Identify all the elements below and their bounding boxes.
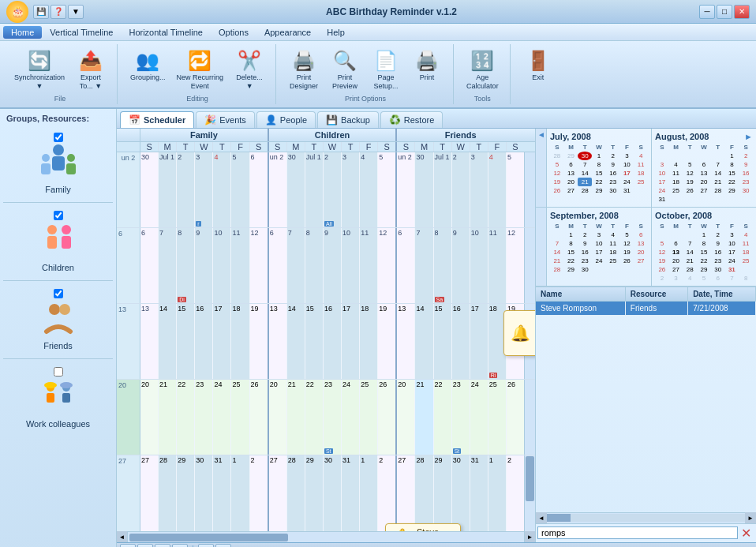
aug-td[interactable]: 28 bbox=[711, 186, 725, 195]
delete-button[interactable]: ✂️ Delete...▼ bbox=[230, 46, 269, 93]
aug-td[interactable]: 1 bbox=[725, 152, 739, 160]
page-setup-button[interactable]: 📄 PageSetup... bbox=[366, 46, 406, 93]
aug-td[interactable]: 20 bbox=[697, 178, 711, 186]
aug-td[interactable] bbox=[669, 152, 683, 160]
aug-td[interactable]: 16 bbox=[739, 169, 753, 178]
exit-button[interactable]: 🚪 Exit bbox=[518, 46, 558, 84]
hscroll-left[interactable]: ◄ bbox=[117, 531, 128, 542]
july-td[interactable]: 2 bbox=[606, 152, 620, 160]
print-button[interactable]: 🖨️ Print bbox=[407, 46, 447, 93]
july-td[interactable]: 24 bbox=[620, 178, 634, 186]
july-td[interactable]: 25 bbox=[634, 178, 648, 186]
july-td[interactable]: 15 bbox=[592, 169, 606, 178]
vscroll-track-1[interactable] bbox=[524, 152, 535, 227]
hscroll-right[interactable]: ► bbox=[524, 531, 535, 542]
tab-scheduler[interactable]: 📅 Scheduler bbox=[120, 111, 194, 128]
july-td[interactable]: 19 bbox=[550, 178, 564, 186]
aug-td[interactable]: 23 bbox=[739, 178, 753, 186]
july-td[interactable]: 6 bbox=[564, 160, 578, 169]
july-td[interactable]: 16 bbox=[606, 169, 620, 178]
july-td[interactable]: 30 bbox=[606, 186, 620, 195]
tab-events[interactable]: 🎉 Events bbox=[196, 111, 255, 128]
nav-last-btn[interactable]: ►► bbox=[172, 544, 188, 547]
july-td[interactable]: 31 bbox=[620, 186, 634, 195]
vscroll-track-2[interactable] bbox=[524, 228, 535, 303]
july-td[interactable]: 27 bbox=[564, 186, 578, 195]
restore-btn[interactable]: □ bbox=[717, 5, 732, 19]
aug-td[interactable]: 31 bbox=[655, 195, 669, 204]
july-td[interactable]: 30 bbox=[578, 152, 592, 160]
minimize-btn[interactable]: ─ bbox=[699, 5, 715, 19]
zoom-in-btn[interactable]: + bbox=[215, 544, 231, 547]
right-hscroll-left[interactable]: ◄ bbox=[536, 512, 547, 523]
aug-td[interactable] bbox=[711, 152, 725, 160]
family-checkbox[interactable] bbox=[54, 133, 63, 142]
july-td[interactable]: 28 bbox=[578, 186, 592, 195]
aug-td[interactable]: 22 bbox=[725, 178, 739, 186]
event-row-1[interactable]: Steve Rompson Friends 7/21/2008 bbox=[536, 301, 756, 315]
print-preview-button[interactable]: 🔍 PrintPreview bbox=[325, 46, 365, 93]
aug-td[interactable]: 11 bbox=[669, 169, 683, 178]
july-td[interactable] bbox=[634, 186, 648, 195]
aug-td[interactable] bbox=[683, 195, 697, 204]
aug-td[interactable]: 17 bbox=[655, 178, 669, 186]
july-td[interactable]: 7 bbox=[578, 160, 592, 169]
aug-td[interactable]: 9 bbox=[739, 160, 753, 169]
tab-backup[interactable]: 💾 Backup bbox=[317, 111, 379, 128]
menu-appearance[interactable]: Appearance bbox=[256, 26, 319, 39]
quick-menu-btn[interactable]: ▼ bbox=[68, 5, 84, 19]
close-btn[interactable]: ✕ bbox=[734, 5, 750, 19]
july-td[interactable]: 8 bbox=[592, 160, 606, 169]
vscroll-thumb[interactable] bbox=[526, 456, 534, 502]
aug-td[interactable]: 2 bbox=[739, 152, 753, 160]
july-td[interactable]: 29 bbox=[564, 152, 578, 160]
aug-td[interactable] bbox=[655, 152, 669, 160]
vscroll-track-5[interactable] bbox=[524, 455, 535, 531]
menu-vtimeline[interactable]: Vertical Timeline bbox=[42, 26, 121, 39]
aug-td[interactable]: 6 bbox=[697, 160, 711, 169]
aug-td[interactable] bbox=[697, 195, 711, 204]
july-td[interactable]: 3 bbox=[620, 152, 634, 160]
search-input[interactable] bbox=[537, 526, 738, 539]
search-clear-button[interactable]: ✕ bbox=[738, 526, 754, 541]
aug-td[interactable]: 8 bbox=[725, 160, 739, 169]
aug-td[interactable] bbox=[739, 195, 753, 204]
aug-td[interactable]: 5 bbox=[683, 160, 697, 169]
tab-restore[interactable]: ♻️ Restore bbox=[380, 111, 443, 128]
cal-next-btn[interactable]: ► bbox=[744, 132, 753, 141]
july-td[interactable]: 23 bbox=[606, 178, 620, 186]
july-td[interactable]: 13 bbox=[564, 169, 578, 178]
aug-td[interactable] bbox=[697, 152, 711, 160]
right-hscroll-right[interactable]: ► bbox=[745, 512, 756, 523]
menu-options[interactable]: Options bbox=[211, 26, 256, 39]
aug-td[interactable]: 26 bbox=[683, 186, 697, 195]
menu-htimeline[interactable]: Horizontal Timeline bbox=[121, 26, 211, 39]
sidebar-item-children[interactable]: Children bbox=[3, 206, 113, 277]
july-td[interactable]: 21 bbox=[578, 178, 592, 186]
quick-help-btn[interactable]: ❓ bbox=[51, 5, 66, 19]
july-td[interactable]: 12 bbox=[550, 169, 564, 178]
aug-td[interactable]: 25 bbox=[669, 186, 683, 195]
new-recurring-button[interactable]: 🔁 New RecurringEvent bbox=[172, 46, 229, 93]
july-td[interactable]: 18 bbox=[634, 169, 648, 178]
aug-td[interactable]: 19 bbox=[683, 178, 697, 186]
age-calc-button[interactable]: 🔢 AgeCalculator bbox=[462, 46, 503, 93]
sidebar-item-family[interactable]: Family bbox=[3, 128, 113, 199]
july-td[interactable]: 17 bbox=[620, 169, 634, 178]
menu-help[interactable]: Help bbox=[319, 26, 353, 39]
july-td[interactable]: 5 bbox=[550, 160, 564, 169]
july-td[interactable]: 9 bbox=[606, 160, 620, 169]
aug-td[interactable] bbox=[669, 195, 683, 204]
july-td[interactable]: 1 bbox=[592, 152, 606, 160]
nav-next-btn[interactable]: ► bbox=[155, 544, 170, 547]
grouping-button[interactable]: 👥 Grouping... bbox=[125, 46, 170, 93]
export-button[interactable]: 📤 ExportTo... ▼ bbox=[71, 46, 110, 93]
aug-td[interactable]: 27 bbox=[697, 186, 711, 195]
aug-td[interactable]: 13 bbox=[697, 169, 711, 178]
right-hscroll-thumb[interactable] bbox=[547, 514, 571, 522]
sidebar-item-work[interactable]: Work colleagues bbox=[3, 362, 113, 433]
tab-people[interactable]: 👤 People bbox=[256, 111, 316, 128]
aug-td[interactable]: 21 bbox=[711, 178, 725, 186]
aug-td[interactable]: 14 bbox=[711, 169, 725, 178]
aug-td[interactable]: 4 bbox=[669, 160, 683, 169]
